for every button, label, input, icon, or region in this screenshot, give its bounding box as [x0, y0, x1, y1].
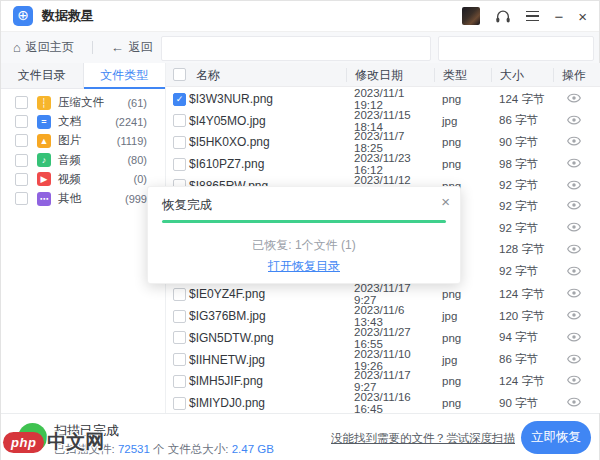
preview-eye-icon[interactable]	[567, 397, 581, 407]
app-title: 数据救星	[42, 7, 94, 25]
file-type: png	[434, 332, 491, 344]
table-row[interactable]: ✓ $IE0YZ4F.png 2023/11/17 9:27 png 124 字…	[166, 282, 600, 304]
file-size: 92 字节	[491, 264, 553, 279]
table-row[interactable]: ✓ $IG376BM.jpg 2023/11/6 13:43 jpg 120 字…	[166, 304, 600, 326]
file-type-item[interactable]: ✓ ▶ 视频 (0)	[1, 170, 165, 189]
column-header-date: 修改日期	[346, 68, 434, 82]
php-badge: php	[3, 432, 44, 453]
row-checkbox[interactable]: ✓	[173, 288, 186, 301]
tab-file-directory[interactable]: 文件目录	[1, 63, 83, 88]
select-all-checkbox[interactable]: ✓	[173, 68, 186, 81]
total-size-value: 2.47 GB	[232, 443, 274, 455]
deep-scan-link[interactable]: 没能找到需要的文件？尝试深度扫描	[331, 431, 515, 446]
close-button[interactable]: ×	[578, 9, 587, 24]
file-type-checkbox[interactable]: ✓	[15, 173, 28, 186]
row-checkbox[interactable]: ✓	[173, 114, 186, 127]
open-recovery-dir-link[interactable]: 打开恢复目录	[148, 258, 460, 275]
table-row[interactable]: ✓ $IGN5DTW.png 2023/11/27 16:55 png 94 字…	[166, 326, 600, 348]
row-checkbox[interactable]: ✓	[173, 93, 186, 106]
preview-eye-icon[interactable]	[567, 93, 581, 103]
minimize-button[interactable]: −	[554, 9, 563, 24]
column-header-type: 类型	[434, 68, 491, 82]
table-row[interactable]: ✓ $IIHNETW.jpg 2023/11/10 19:26 jpg 86 字…	[166, 348, 600, 370]
file-type-checkbox[interactable]: ✓	[15, 192, 28, 205]
file-type-count: (0)	[134, 173, 147, 185]
file-name: $IIHNETW.jpg	[188, 353, 346, 367]
preview-eye-icon[interactable]	[567, 158, 581, 168]
preview-eye-icon[interactable]	[567, 310, 581, 320]
watermark-text: 中文网	[47, 429, 104, 455]
table-row[interactable]: ✓ $I5HK0XO.png 2023/11/7 18:25 png 90 字节	[166, 130, 600, 152]
recovery-complete-dialog: 恢复完成 × 已恢复: 1个文件 (1) 打开恢复目录	[147, 186, 461, 284]
table-row[interactable]: ✓ $I4Y05MO.jpg 2023/11/15 18:14 jpg 86 字…	[166, 109, 600, 131]
file-type-item[interactable]: ✓ ♪ 音频 (80)	[1, 151, 165, 170]
file-size: 98 字节	[491, 157, 553, 172]
file-type-checkbox[interactable]: ✓	[15, 115, 28, 128]
menu-hamburger-icon[interactable]	[526, 11, 539, 22]
preview-eye-icon[interactable]	[567, 332, 581, 342]
home-button[interactable]: ⌂ 返回主页	[13, 39, 74, 56]
dialog-close-icon[interactable]: ×	[441, 193, 450, 210]
row-checkbox[interactable]: ✓	[173, 397, 186, 410]
progress-bar	[162, 220, 446, 223]
toolbar: ⌂ 返回主页 ← 返回	[1, 31, 599, 63]
preview-eye-icon[interactable]	[567, 200, 581, 210]
row-checkbox[interactable]: ✓	[173, 158, 186, 171]
file-name: $IMIYDJ0.png	[188, 396, 346, 410]
row-checkbox[interactable]: ✓	[173, 331, 186, 344]
user-avatar[interactable]	[462, 7, 480, 25]
file-size: 92 字节	[491, 221, 553, 236]
file-size: 94 字节	[491, 330, 553, 345]
column-header-op: 操作	[553, 68, 600, 82]
app-logo-icon: ⊕	[13, 6, 33, 26]
path-input[interactable]	[161, 36, 431, 61]
file-size: 90 字节	[491, 135, 553, 150]
file-type-checkbox[interactable]: ✓	[15, 134, 28, 147]
row-checkbox[interactable]: ✓	[173, 136, 186, 149]
home-label: 返回主页	[26, 39, 74, 56]
sidebar-tabs: 文件目录 文件类型	[1, 63, 165, 89]
preview-eye-icon[interactable]	[567, 375, 581, 385]
search-box[interactable]	[438, 36, 594, 61]
file-name: $I3W3NUR.png	[188, 92, 346, 106]
file-type-item[interactable]: ✓ ┆ 压缩文件 (61)	[1, 93, 165, 112]
file-type-count: (61)	[127, 97, 147, 109]
recover-now-button[interactable]: 立即恢复	[521, 421, 591, 454]
row-checkbox[interactable]: ✓	[173, 375, 186, 388]
support-headset-icon[interactable]	[495, 9, 511, 24]
preview-eye-icon[interactable]	[567, 266, 581, 276]
file-type: png	[434, 375, 491, 387]
table-row[interactable]: ✓ $IMH5JIF.png 2023/11/17 9:27 png 124 字…	[166, 369, 600, 391]
dialog-title: 恢复完成	[162, 197, 212, 214]
preview-eye-icon[interactable]	[567, 115, 581, 125]
home-icon: ⌂	[13, 40, 21, 55]
table-row[interactable]: ✓ $I3W3NUR.png 2023/11/1 19:12 png 124 字…	[166, 87, 600, 109]
table-row[interactable]: ✓ $I610PZ7.png 2023/11/23 16:12 png 98 字…	[166, 152, 600, 174]
file-type: jpg	[434, 115, 491, 127]
file-type-checkbox[interactable]: ✓	[15, 154, 28, 167]
row-checkbox[interactable]: ✓	[173, 310, 186, 323]
file-type-item[interactable]: ✓ ▲ 图片 (1119)	[1, 131, 165, 150]
table-row[interactable]: ✓ $IMIYDJ0.png 2023/11/16 16:45 png 90 字…	[166, 391, 600, 413]
preview-eye-icon[interactable]	[567, 180, 581, 190]
tab-file-type[interactable]: 文件类型	[83, 63, 166, 88]
preview-eye-icon[interactable]	[567, 136, 581, 146]
file-type-checkbox[interactable]: ✓	[15, 96, 28, 109]
preview-eye-icon[interactable]	[567, 244, 581, 254]
file-type-item[interactable]: ✓ = 文档 (2241)	[1, 112, 165, 131]
file-date: 2023/11/6 13:43	[346, 304, 434, 328]
file-type-item[interactable]: ✓ ⋯ 其他 (999	[1, 189, 165, 208]
recovered-status-text: 已恢复: 1个文件 (1)	[148, 237, 460, 254]
row-checkbox[interactable]: ✓	[173, 353, 186, 366]
preview-eye-icon[interactable]	[567, 222, 581, 232]
preview-eye-icon[interactable]	[567, 288, 581, 298]
search-input[interactable]	[451, 42, 600, 56]
column-header-size: 大小	[491, 68, 553, 82]
file-type: png	[434, 93, 491, 105]
file-size: 124 字节	[491, 92, 553, 107]
back-button[interactable]: ← 返回	[111, 39, 153, 56]
file-size: 124 字节	[491, 374, 553, 389]
file-size: 86 字节	[491, 113, 553, 128]
preview-eye-icon[interactable]	[567, 354, 581, 364]
archive-icon: ┆	[37, 96, 51, 110]
